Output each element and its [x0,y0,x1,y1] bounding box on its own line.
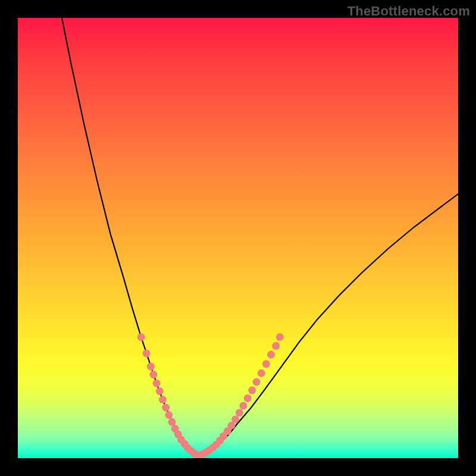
data-marker [149,371,157,378]
data-marker [236,409,243,416]
data-marker [262,360,270,368]
data-marker [147,363,155,371]
data-marker [231,415,239,423]
marker-group [137,333,284,458]
data-marker [244,394,252,402]
chart-stage: TheBottleneck.com [0,0,476,476]
data-marker [153,380,161,387]
watermark-label: TheBottleneck.com [347,4,470,19]
data-marker [165,411,173,419]
data-marker [143,349,151,357]
chart-svg [18,18,458,458]
data-marker [137,333,145,341]
data-marker [159,396,167,403]
data-marker [258,369,265,377]
data-marker [162,403,170,411]
data-marker [168,418,176,426]
curve-left-branch [62,18,196,456]
data-marker [272,342,280,350]
data-marker [239,402,247,409]
data-marker [276,333,284,341]
data-marker [267,351,275,359]
data-marker [156,387,164,395]
data-marker [248,387,256,394]
curve-group [62,18,458,456]
data-marker [253,378,261,386]
plot-area [18,18,458,458]
